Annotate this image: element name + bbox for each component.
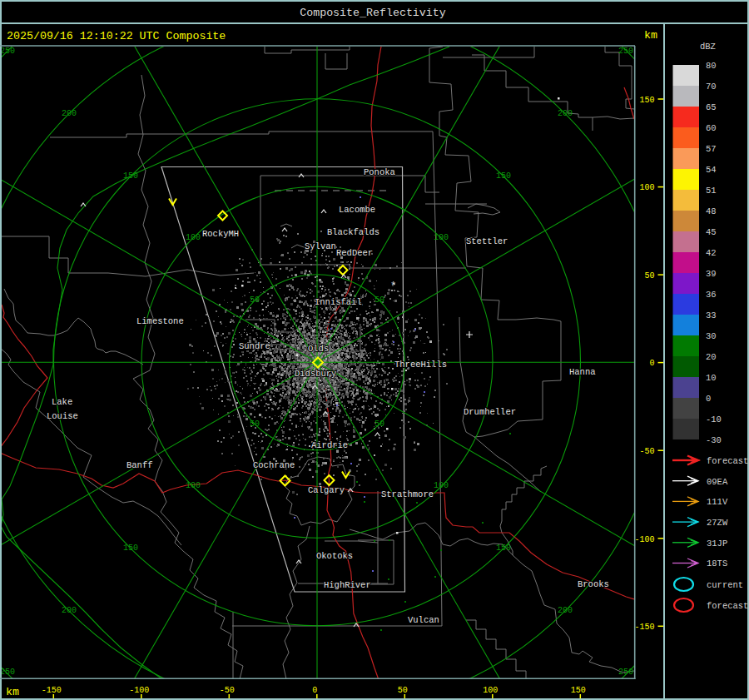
svg-text:ThreeHills: ThreeHills — [394, 360, 447, 370]
svg-text:Strathmore: Strathmore — [381, 489, 434, 499]
svg-text:54: 54 — [706, 165, 717, 175]
svg-text:50: 50 — [250, 420, 260, 429]
svg-text:Okotoks: Okotoks — [316, 551, 353, 561]
svg-text:-150: -150 — [634, 623, 654, 632]
svg-text:forecast: forecast — [707, 601, 748, 611]
svg-text:31JP: 31JP — [707, 539, 727, 549]
svg-text:45: 45 — [706, 227, 717, 237]
svg-text:57: 57 — [706, 144, 717, 154]
svg-text:200: 200 — [558, 606, 573, 615]
svg-text:150: 150 — [496, 544, 511, 553]
svg-text:27ZW: 27ZW — [707, 518, 728, 528]
svg-text:51: 51 — [706, 186, 717, 196]
svg-text:km: km — [6, 686, 19, 698]
svg-text:250: 250 — [618, 668, 633, 677]
svg-text:100: 100 — [186, 233, 201, 242]
svg-text:2025/09/16 12:10:22 UTC Compos: 2025/09/16 12:10:22 UTC Composite — [7, 30, 226, 42]
svg-text:Composite_Reflectivity: Composite_Reflectivity — [300, 7, 446, 19]
svg-text:Limestone: Limestone — [136, 316, 184, 326]
svg-text:HighRiver: HighRiver — [324, 580, 371, 590]
svg-text:Ponoka: Ponoka — [364, 167, 395, 177]
svg-text:150: 150 — [123, 544, 138, 553]
svg-text:Olds: Olds — [308, 344, 329, 354]
svg-text:Calgary: Calgary — [308, 485, 345, 495]
svg-text:80: 80 — [706, 61, 717, 71]
svg-text:70: 70 — [706, 82, 717, 92]
svg-text:33: 33 — [706, 310, 717, 320]
svg-text:50: 50 — [644, 271, 654, 280]
svg-text:39: 39 — [706, 269, 717, 279]
svg-text:150: 150 — [496, 171, 511, 181]
svg-text:250: 250 — [0, 668, 15, 677]
svg-text:200: 200 — [62, 109, 77, 118]
svg-text:10: 10 — [706, 373, 717, 383]
svg-text:50: 50 — [374, 420, 384, 429]
svg-text:Stettler: Stettler — [466, 236, 508, 246]
svg-text:20: 20 — [706, 352, 717, 362]
svg-text:0: 0 — [312, 686, 317, 695]
svg-text:-100: -100 — [634, 535, 654, 544]
svg-text:Blackfalds: Blackfalds — [327, 227, 379, 237]
svg-text:250: 250 — [618, 47, 633, 56]
svg-text:65: 65 — [706, 102, 717, 112]
svg-text:0: 0 — [649, 359, 654, 368]
svg-text:100: 100 — [186, 481, 201, 490]
svg-text:Vulcan: Vulcan — [408, 615, 439, 625]
svg-text:100: 100 — [434, 481, 449, 490]
svg-text:Sundre: Sundre — [239, 341, 270, 351]
svg-text:60: 60 — [706, 123, 717, 133]
svg-text:Hanna: Hanna — [569, 367, 596, 377]
svg-text:-100: -100 — [129, 686, 149, 695]
svg-text:150: 150 — [571, 686, 586, 695]
svg-text:Innisfail: Innisfail — [315, 297, 362, 307]
svg-text:dBZ: dBZ — [700, 42, 716, 52]
svg-text:0: 0 — [706, 394, 711, 404]
svg-text:50: 50 — [250, 295, 260, 305]
svg-text:200: 200 — [62, 606, 77, 615]
svg-text:36: 36 — [706, 290, 717, 300]
svg-text:km: km — [644, 29, 657, 42]
svg-text:100: 100 — [434, 233, 449, 242]
svg-text:Airdrie: Airdrie — [311, 440, 348, 450]
svg-text:Cochrane: Cochrane — [253, 460, 295, 470]
svg-text:-150: -150 — [42, 686, 62, 695]
svg-text:100: 100 — [639, 183, 654, 192]
svg-text:-10: -10 — [706, 415, 722, 424]
svg-text:50: 50 — [374, 295, 384, 305]
svg-text:Didsbury: Didsbury — [295, 369, 336, 379]
svg-text:09EA: 09EA — [707, 477, 728, 487]
svg-text:*: * — [390, 280, 396, 292]
svg-text:-50: -50 — [639, 447, 654, 456]
svg-text:200: 200 — [558, 109, 573, 118]
svg-text:42: 42 — [706, 248, 717, 258]
svg-text:-50: -50 — [220, 686, 235, 695]
svg-text:18TS: 18TS — [707, 559, 727, 568]
svg-text:Lake: Lake — [52, 397, 72, 407]
svg-text:Lacombe: Lacombe — [339, 205, 375, 215]
svg-text:30: 30 — [706, 331, 717, 341]
svg-text:current: current — [707, 580, 743, 590]
svg-text:Sylvan: Sylvan — [305, 241, 336, 251]
svg-text:150: 150 — [123, 171, 138, 181]
svg-text:Banff: Banff — [126, 460, 153, 470]
svg-text:Drumheller: Drumheller — [464, 407, 516, 417]
svg-text:50: 50 — [398, 686, 408, 695]
svg-text:RedDeer: RedDeer — [336, 248, 373, 258]
svg-text:48: 48 — [706, 206, 717, 216]
svg-text:Brooks: Brooks — [578, 579, 609, 589]
svg-text:250: 250 — [0, 47, 15, 56]
svg-text:-30: -30 — [706, 435, 722, 445]
svg-text:RockyMH: RockyMH — [202, 229, 239, 239]
svg-text:forecast: forecast — [707, 456, 748, 466]
svg-text:150: 150 — [639, 96, 654, 105]
svg-text:111V: 111V — [707, 497, 728, 507]
svg-text:100: 100 — [483, 686, 498, 695]
svg-text:Louise: Louise — [47, 411, 78, 421]
